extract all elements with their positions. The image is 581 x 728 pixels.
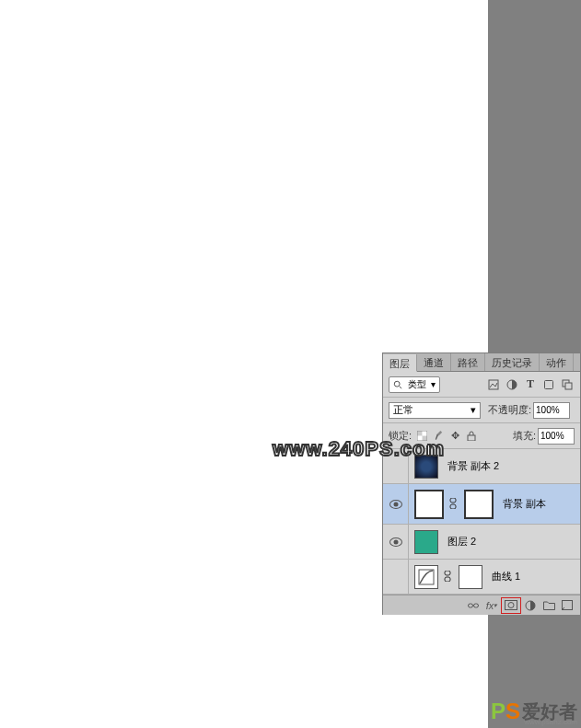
visibility-toggle[interactable] xyxy=(383,449,409,483)
filter-kind-select[interactable]: 类型 ▾ xyxy=(389,376,440,393)
svg-rect-6 xyxy=(565,383,572,389)
layer-name[interactable]: 曲线 1 xyxy=(492,570,520,584)
chevron-down-icon: ▾ xyxy=(431,379,436,389)
lock-label: 锁定: xyxy=(389,429,412,443)
opacity-value: 100% xyxy=(536,405,560,415)
lock-position-icon[interactable]: ✥ xyxy=(448,430,461,443)
add-mask-icon[interactable] xyxy=(501,597,521,614)
tab-paths[interactable]: 路径 xyxy=(451,353,485,371)
svg-rect-8 xyxy=(422,436,427,442)
tab-layers[interactable]: 图层 xyxy=(383,354,417,372)
blend-mode-value: 正常 xyxy=(393,403,413,417)
svg-rect-19 xyxy=(474,604,479,607)
svg-rect-18 xyxy=(469,604,473,607)
tab-history[interactable]: 历史记录 xyxy=(485,353,540,371)
fill-value: 100% xyxy=(540,431,564,441)
new-adjustment-icon[interactable] xyxy=(521,598,540,613)
svg-point-0 xyxy=(394,381,400,387)
new-group-icon[interactable] xyxy=(540,598,558,613)
svg-rect-17 xyxy=(445,577,450,582)
layer-style-icon[interactable]: fx▾ xyxy=(482,598,501,613)
filter-shape-icon[interactable] xyxy=(541,377,556,392)
visibility-toggle[interactable] xyxy=(383,560,409,594)
filter-adjust-icon[interactable] xyxy=(505,377,519,392)
fill-label: 填充: xyxy=(513,429,536,443)
blend-row: 正常 ▾ 不透明度: 100% xyxy=(383,398,580,423)
panel-tabs: 图层 通道 路径 历史记录 动作 xyxy=(383,353,580,372)
layer-thumbnail[interactable] xyxy=(414,530,438,554)
filter-kind-label: 类型 xyxy=(408,378,426,391)
tab-actions[interactable]: 动作 xyxy=(540,353,574,371)
visibility-toggle[interactable] xyxy=(383,525,409,559)
chevron-down-icon: ▾ xyxy=(471,404,476,416)
svg-rect-12 xyxy=(468,435,475,441)
lock-all-icon[interactable] xyxy=(465,430,478,443)
filter-type-icon[interactable]: T xyxy=(523,377,538,392)
svg-rect-16 xyxy=(445,571,450,575)
layer-mask-thumbnail[interactable] xyxy=(464,490,494,519)
layer-row[interactable]: 背景 副本 xyxy=(383,484,580,525)
layer-name[interactable]: 背景 副本 xyxy=(503,497,546,511)
layer-row[interactable]: 背景 副本 2 xyxy=(383,449,580,484)
layers-panel: 图层 通道 路径 历史记录 动作 类型 ▾ T 正常 ▾ 不透明 xyxy=(382,352,581,615)
panel-footer: fx▾ xyxy=(383,595,580,615)
blend-mode-select[interactable]: 正常 ▾ xyxy=(389,402,481,419)
eye-icon xyxy=(389,537,402,547)
mask-link-icon[interactable] xyxy=(444,571,451,584)
layer-name[interactable]: 图层 2 xyxy=(447,535,476,549)
svg-rect-7 xyxy=(417,431,423,436)
svg-rect-14 xyxy=(450,504,456,509)
link-layers-icon[interactable] xyxy=(464,598,482,613)
eye-icon xyxy=(389,500,402,509)
svg-rect-4 xyxy=(545,380,553,388)
svg-rect-9 xyxy=(422,431,427,436)
lock-pixels-icon[interactable] xyxy=(432,430,445,443)
search-icon xyxy=(393,380,402,389)
tab-channels[interactable]: 通道 xyxy=(417,353,451,371)
filter-pixel-icon[interactable] xyxy=(486,377,501,392)
lock-row: 锁定: ✥ 填充: 100% xyxy=(383,423,580,449)
opacity-label: 不透明度: xyxy=(488,403,531,417)
filter-smart-icon[interactable] xyxy=(560,377,575,392)
visibility-toggle[interactable] xyxy=(383,484,409,524)
layer-mask-thumbnail[interactable] xyxy=(459,565,482,589)
layer-row[interactable]: 曲线 1 xyxy=(383,560,580,595)
opacity-input[interactable]: 100% xyxy=(533,402,570,419)
fill-input[interactable]: 100% xyxy=(538,428,575,445)
filter-row: 类型 ▾ T xyxy=(383,372,580,398)
lock-transparency-icon[interactable] xyxy=(415,430,428,443)
layer-name[interactable]: 背景 副本 2 xyxy=(447,459,499,473)
layer-thumbnail[interactable] xyxy=(414,490,444,519)
svg-line-1 xyxy=(400,386,402,388)
svg-rect-10 xyxy=(417,436,423,442)
adjustment-icon[interactable] xyxy=(414,565,438,589)
svg-point-21 xyxy=(508,603,514,608)
layer-thumbnail[interactable] xyxy=(414,455,438,479)
mask-link-icon[interactable] xyxy=(449,498,457,511)
svg-rect-13 xyxy=(450,498,456,503)
layer-row[interactable]: 图层 2 xyxy=(383,525,580,560)
layer-list: 背景 副本 2 背景 副本 图层 2 曲线 1 xyxy=(383,449,580,595)
new-layer-icon[interactable] xyxy=(558,598,576,613)
